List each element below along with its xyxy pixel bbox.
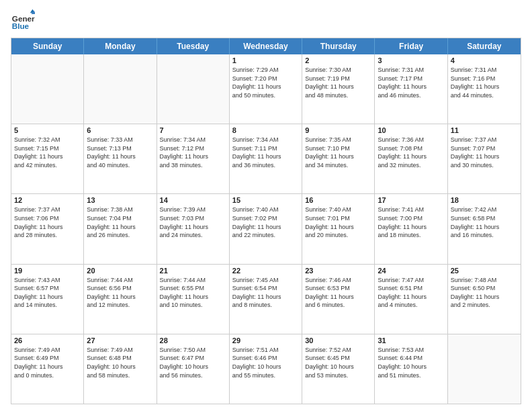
day-info: Sunrise: 7:38 AM Sunset: 7:04 PM Dayligh… [87,205,153,239]
calendar-cell: 9Sunrise: 7:35 AM Sunset: 7:10 PM Daylig… [302,124,375,193]
calendar-cell [448,334,521,404]
calendar-cell: 21Sunrise: 7:44 AM Sunset: 6:55 PM Dayli… [157,265,230,334]
day-info: Sunrise: 7:37 AM Sunset: 7:07 PM Dayligh… [451,136,518,169]
header-day-saturday: Saturday [448,38,521,54]
day-number: 31 [378,336,444,345]
calendar-row-5: 26Sunrise: 7:49 AM Sunset: 6:49 PM Dayli… [11,334,521,404]
day-number: 7 [160,126,226,134]
day-number: 14 [160,196,226,204]
day-number: 27 [87,336,153,345]
calendar-row-1: 1Sunrise: 7:29 AM Sunset: 7:20 PM Daylig… [11,54,521,124]
day-number: 29 [232,336,299,345]
day-number: 25 [451,267,518,275]
calendar-cell [157,54,230,124]
day-info: Sunrise: 7:35 AM Sunset: 7:10 PM Dayligh… [305,136,371,169]
calendar-cell: 24Sunrise: 7:47 AM Sunset: 6:51 PM Dayli… [375,265,447,334]
header-day-friday: Friday [375,38,447,54]
day-number: 3 [378,56,444,64]
day-info: Sunrise: 7:42 AM Sunset: 6:58 PM Dayligh… [451,205,518,239]
day-number: 28 [160,336,226,345]
page: General Blue SundayMondayTuesdayWednesda… [0,0,532,411]
day-info: Sunrise: 7:32 AM Sunset: 7:15 PM Dayligh… [14,136,81,169]
day-info: Sunrise: 7:39 AM Sunset: 7:03 PM Dayligh… [160,205,226,239]
day-info: Sunrise: 7:43 AM Sunset: 6:57 PM Dayligh… [14,276,81,310]
header-day-wednesday: Wednesday [230,38,302,54]
calendar-cell: 29Sunrise: 7:51 AM Sunset: 6:46 PM Dayli… [230,334,302,404]
calendar-cell: 4Sunrise: 7:31 AM Sunset: 7:16 PM Daylig… [448,54,521,124]
day-info: Sunrise: 7:37 AM Sunset: 7:06 PM Dayligh… [14,205,81,239]
calendar-cell: 10Sunrise: 7:36 AM Sunset: 7:08 PM Dayli… [375,124,447,193]
calendar-body: 1Sunrise: 7:29 AM Sunset: 7:20 PM Daylig… [11,54,521,404]
day-number: 4 [451,56,518,64]
calendar-cell: 1Sunrise: 7:29 AM Sunset: 7:20 PM Daylig… [230,54,302,124]
day-number: 5 [14,126,81,134]
calendar-cell: 3Sunrise: 7:31 AM Sunset: 7:17 PM Daylig… [375,54,447,124]
day-number: 23 [305,267,371,275]
day-number: 13 [87,196,153,204]
header-day-sunday: Sunday [11,38,84,54]
calendar-cell: 22Sunrise: 7:45 AM Sunset: 6:54 PM Dayli… [230,265,302,334]
day-number: 17 [378,196,444,204]
day-info: Sunrise: 7:33 AM Sunset: 7:13 PM Dayligh… [87,136,153,169]
calendar-cell: 2Sunrise: 7:30 AM Sunset: 7:19 PM Daylig… [302,54,375,124]
day-info: Sunrise: 7:44 AM Sunset: 6:55 PM Dayligh… [160,276,226,310]
calendar-cell: 11Sunrise: 7:37 AM Sunset: 7:07 PM Dayli… [448,124,521,193]
day-number: 30 [305,336,371,345]
calendar-cell [84,54,157,124]
day-info: Sunrise: 7:41 AM Sunset: 7:00 PM Dayligh… [378,205,444,239]
header-day-tuesday: Tuesday [157,38,230,54]
calendar-cell: 7Sunrise: 7:34 AM Sunset: 7:12 PM Daylig… [157,124,230,193]
header-day-monday: Monday [84,38,157,54]
calendar-cell: 17Sunrise: 7:41 AM Sunset: 7:00 PM Dayli… [375,194,447,263]
header-day-thursday: Thursday [302,38,375,54]
calendar-cell: 13Sunrise: 7:38 AM Sunset: 7:04 PM Dayli… [84,194,157,263]
calendar-header: SundayMondayTuesdayWednesdayThursdayFrid… [11,38,521,54]
day-info: Sunrise: 7:40 AM Sunset: 7:01 PM Dayligh… [305,205,371,239]
day-info: Sunrise: 7:48 AM Sunset: 6:50 PM Dayligh… [451,276,518,310]
day-info: Sunrise: 7:31 AM Sunset: 7:17 PM Dayligh… [378,66,444,99]
day-number: 18 [451,196,518,204]
svg-text:Blue: Blue [12,21,30,30]
calendar-cell: 16Sunrise: 7:40 AM Sunset: 7:01 PM Dayli… [302,194,375,263]
calendar-row-4: 19Sunrise: 7:43 AM Sunset: 6:57 PM Dayli… [11,265,521,334]
day-number: 15 [232,196,299,204]
day-number: 26 [14,336,81,345]
day-info: Sunrise: 7:31 AM Sunset: 7:16 PM Dayligh… [451,66,518,99]
day-number: 8 [232,126,299,134]
day-info: Sunrise: 7:51 AM Sunset: 6:46 PM Dayligh… [232,346,299,379]
calendar-cell [11,54,84,124]
day-info: Sunrise: 7:44 AM Sunset: 6:56 PM Dayligh… [87,276,153,310]
calendar-cell: 18Sunrise: 7:42 AM Sunset: 6:58 PM Dayli… [448,194,521,263]
day-info: Sunrise: 7:36 AM Sunset: 7:08 PM Dayligh… [378,136,444,169]
calendar-cell: 20Sunrise: 7:44 AM Sunset: 6:56 PM Dayli… [84,265,157,334]
calendar-cell: 25Sunrise: 7:48 AM Sunset: 6:50 PM Dayli… [448,265,521,334]
day-number: 24 [378,267,444,275]
day-number: 19 [14,267,81,275]
header: General Blue [11,8,521,32]
calendar-cell: 14Sunrise: 7:39 AM Sunset: 7:03 PM Dayli… [157,194,230,263]
day-number: 20 [87,267,153,275]
day-number: 9 [305,126,371,134]
calendar-cell: 27Sunrise: 7:49 AM Sunset: 6:48 PM Dayli… [84,334,157,404]
calendar: SundayMondayTuesdayWednesdayThursdayFrid… [11,38,521,404]
calendar-cell: 30Sunrise: 7:52 AM Sunset: 6:45 PM Dayli… [302,334,375,404]
calendar-cell: 8Sunrise: 7:34 AM Sunset: 7:11 PM Daylig… [230,124,302,193]
calendar-cell: 6Sunrise: 7:33 AM Sunset: 7:13 PM Daylig… [84,124,157,193]
day-number: 1 [232,56,299,64]
day-info: Sunrise: 7:45 AM Sunset: 6:54 PM Dayligh… [232,276,299,310]
calendar-cell: 23Sunrise: 7:46 AM Sunset: 6:53 PM Dayli… [302,265,375,334]
calendar-cell: 5Sunrise: 7:32 AM Sunset: 7:15 PM Daylig… [11,124,84,193]
day-info: Sunrise: 7:29 AM Sunset: 7:20 PM Dayligh… [232,66,299,99]
day-number: 10 [378,126,444,134]
day-number: 6 [87,126,153,134]
calendar-cell: 31Sunrise: 7:53 AM Sunset: 6:44 PM Dayli… [375,334,447,404]
day-number: 12 [14,196,81,204]
day-number: 22 [232,267,299,275]
day-info: Sunrise: 7:53 AM Sunset: 6:44 PM Dayligh… [378,346,444,379]
calendar-cell: 12Sunrise: 7:37 AM Sunset: 7:06 PM Dayli… [11,194,84,263]
day-info: Sunrise: 7:49 AM Sunset: 6:49 PM Dayligh… [14,346,81,379]
calendar-row-2: 5Sunrise: 7:32 AM Sunset: 7:15 PM Daylig… [11,124,521,194]
day-info: Sunrise: 7:52 AM Sunset: 6:45 PM Dayligh… [305,346,371,379]
day-number: 21 [160,267,226,275]
day-number: 11 [451,126,518,134]
